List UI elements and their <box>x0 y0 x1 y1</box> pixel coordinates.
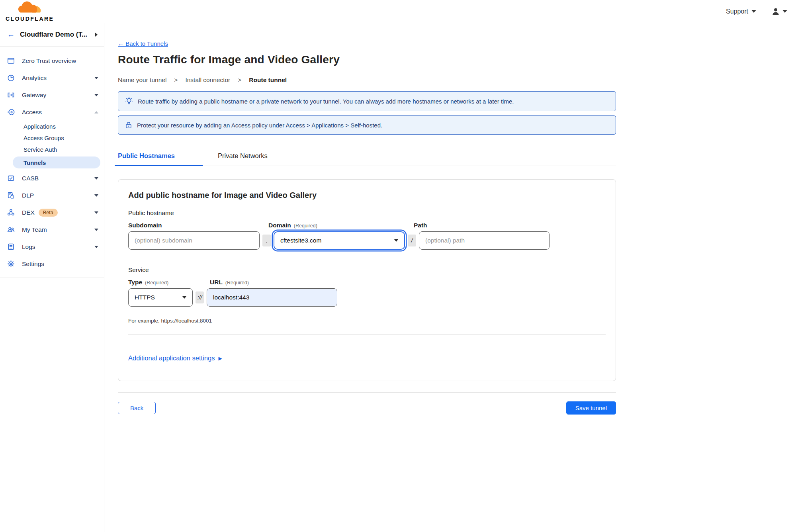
additional-application-settings-toggle[interactable]: Additional application settings ▶ <box>128 354 222 362</box>
add-public-hostname-card: Add public hostname for Image and Video … <box>118 179 616 381</box>
sidebar-item-logs[interactable]: Logs <box>0 238 104 255</box>
slash-separator: / <box>408 235 416 246</box>
sidebar-item-label: Settings <box>22 260 98 268</box>
sidebar-item-tunnels[interactable]: Tunnels <box>13 156 100 168</box>
domain-required-hint: (Required) <box>294 223 317 229</box>
chevron-down-icon <box>94 211 98 214</box>
person-icon <box>771 7 780 16</box>
tab-public-hostnames[interactable]: Public Hostnames <box>115 152 203 166</box>
breadcrumb-step-route-tunnel: Route tunnel <box>249 76 287 84</box>
url-label: URL(Required) <box>210 279 249 286</box>
service-section-label: Service <box>128 266 606 274</box>
back-arrow-icon[interactable]: ← <box>7 30 15 39</box>
info-banner-route-traffic: Route traffic by adding a public hostnam… <box>118 91 616 111</box>
tab-private-networks[interactable]: Private Networks <box>218 152 268 166</box>
chevron-down-icon <box>94 229 98 231</box>
sidebar-item-access[interactable]: Access <box>0 104 104 121</box>
sidebar: ← Cloudflare Demo (T... Zero Trust overv… <box>0 23 104 532</box>
domain-select[interactable]: cftestsite3.com <box>274 231 405 250</box>
window-icon <box>7 57 15 65</box>
back-button[interactable]: Back <box>118 402 156 414</box>
chevron-down-icon <box>94 246 98 248</box>
people-icon <box>7 226 15 233</box>
lock-icon <box>125 121 133 129</box>
banner-text: Protect your resource by adding an Acces… <box>137 122 382 129</box>
service-type-value: HTTPS <box>135 294 155 301</box>
main-content: ← Back to Tunnels Route Traffic for Imag… <box>104 23 796 532</box>
tab-bar: Public Hostnames Private Networks <box>118 152 616 166</box>
banner-text-prefix: Protect your resource by adding an Acces… <box>137 122 286 129</box>
sidebar-item-label: Logs <box>22 243 94 250</box>
cloudflare-logo[interactable]: CLOUDFLARE <box>6 1 54 22</box>
domain-label-text: Domain <box>268 222 291 229</box>
service-type-select[interactable]: HTTPS <box>128 288 193 307</box>
cloudflare-cloud-icon <box>15 1 45 16</box>
chevron-down-icon <box>751 10 756 13</box>
chevron-down-icon <box>182 296 186 299</box>
sidebar-subitem-label: Tunnels <box>23 159 46 166</box>
gear-icon <box>7 260 15 268</box>
support-menu[interactable]: Support <box>726 8 756 15</box>
chevron-down-icon <box>94 77 98 79</box>
sidebar-item-dlp[interactable]: DLP <box>0 187 104 204</box>
banner-text-suffix: . <box>381 122 382 129</box>
chevron-up-icon <box>94 111 98 113</box>
casb-check-icon <box>7 174 15 182</box>
breadcrumb: Name your tunnel > Install connector > R… <box>118 76 616 84</box>
footer-actions: Back Save tunnel <box>118 401 616 415</box>
footer-divider <box>118 392 616 393</box>
sidebar-item-gateway[interactable]: Gateway <box>0 86 104 104</box>
type-label: Type(Required) <box>128 279 210 286</box>
sidebar-item-label: My Team <box>22 226 94 233</box>
chevron-down-icon <box>94 94 98 96</box>
sidebar-nav: Zero Trust overview Analytics Gateway <box>0 47 104 278</box>
sidebar-item-dex[interactable]: DEX Beta <box>0 204 104 221</box>
access-applications-self-hosted-link[interactable]: Access > Applications > Self-hosted <box>286 122 381 129</box>
gateway-icon <box>7 91 15 99</box>
sidebar-item-service-auth[interactable]: Service Auth <box>0 144 104 155</box>
sidebar-item-my-team[interactable]: My Team <box>0 221 104 238</box>
public-hostname-section-label: Public hostname <box>128 209 606 217</box>
subdomain-input[interactable] <box>128 231 260 250</box>
sidebar-item-casb[interactable]: CASB <box>0 170 104 187</box>
banner-text: Route traffic by adding a public hostnam… <box>138 98 514 105</box>
sidebar-item-label: Access <box>22 109 94 116</box>
sidebar-item-access-groups[interactable]: Access Groups <box>0 132 104 144</box>
sidebar-item-zero-trust-overview[interactable]: Zero Trust overview <box>0 52 104 69</box>
user-menu[interactable] <box>771 7 787 16</box>
chevron-right-icon: ▶ <box>218 356 222 361</box>
sidebar-subitem-label: Access Groups <box>23 135 64 141</box>
account-name: Cloudflare Demo (T... <box>20 31 95 39</box>
type-required-hint: (Required) <box>145 280 168 286</box>
breadcrumb-separator: > <box>238 76 241 84</box>
chevron-down-icon <box>94 177 98 180</box>
document-lock-icon <box>7 192 15 199</box>
path-label: Path <box>414 222 427 229</box>
scheme-separator: :// <box>196 291 204 303</box>
card-heading: Add public hostname for Image and Video … <box>128 191 606 200</box>
sidebar-item-label: Gateway <box>22 92 94 99</box>
service-url-input[interactable] <box>207 288 337 307</box>
path-input[interactable] <box>419 231 550 250</box>
list-document-icon <box>7 243 15 250</box>
sidebar-item-label: DLP <box>22 192 94 199</box>
url-example-hint: For example, https://localhost:8001 <box>128 318 606 324</box>
sidebar-item-label: CASB <box>22 175 94 182</box>
sidebar-item-label: Analytics <box>22 74 94 82</box>
sidebar-item-label: Zero Trust overview <box>22 57 98 65</box>
back-to-tunnels-link[interactable]: ← Back to Tunnels <box>118 40 168 47</box>
breadcrumb-separator: > <box>174 76 178 84</box>
card-divider <box>128 334 606 334</box>
beta-badge: Beta <box>39 209 58 217</box>
additional-settings-label: Additional application settings <box>128 354 215 362</box>
sidebar-item-applications[interactable]: Applications <box>0 121 104 132</box>
pie-chart-icon <box>7 74 15 82</box>
sidebar-subitem-label: Service Auth <box>23 146 57 153</box>
sidebar-item-settings[interactable]: Settings <box>0 255 104 272</box>
save-tunnel-button[interactable]: Save tunnel <box>566 401 616 415</box>
chevron-right-icon[interactable] <box>95 33 98 37</box>
support-label: Support <box>726 8 748 15</box>
breadcrumb-step-name-your-tunnel[interactable]: Name your tunnel <box>118 76 166 84</box>
breadcrumb-step-install-connector[interactable]: Install connector <box>185 76 230 84</box>
sidebar-item-analytics[interactable]: Analytics <box>0 69 104 86</box>
